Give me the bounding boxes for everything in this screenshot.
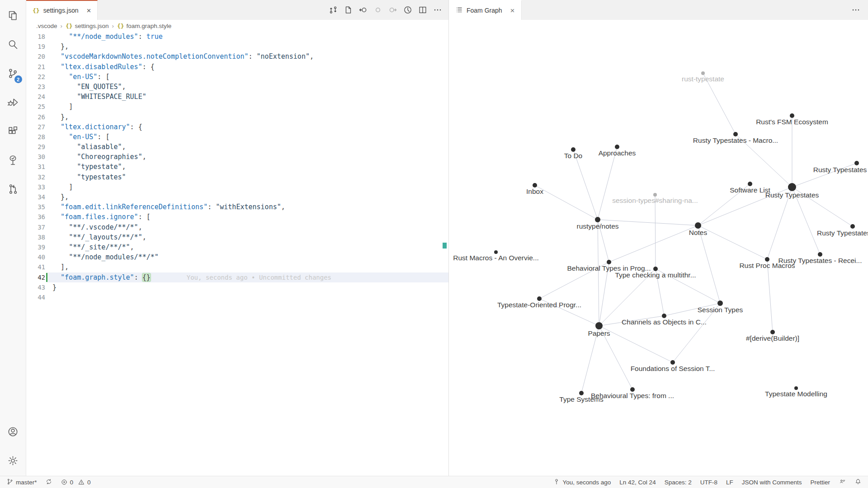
code-line[interactable]: 18 "**/node_modules": true [26,32,448,42]
code-line-current[interactable]: 42 "foam.graph.style": {}You, seconds ag… [26,272,448,282]
line-number[interactable]: 35 [26,202,45,212]
line-number[interactable]: 40 [26,252,45,262]
code-line[interactable]: 32 "typestates" [26,172,448,182]
graph-node-rust-typestate[interactable] [701,71,705,75]
code-line[interactable]: 43} [26,282,448,292]
status-indentation[interactable]: Spaces: 2 [665,479,692,486]
graph-node-channels[interactable] [662,314,666,318]
foam-graph-canvas[interactable]: rust-typestateRust's FSM EcosystemRusty … [449,20,868,476]
line-number[interactable]: 31 [26,162,45,172]
graph-node-software[interactable] [748,182,752,186]
activity-item-search[interactable] [0,31,26,60]
line-number[interactable]: 22 [26,72,45,82]
status-notifications[interactable] [854,478,862,487]
graph-node-rt-right[interactable] [850,224,855,229]
timeline-clock-icon[interactable] [402,5,413,15]
line-number[interactable]: 19 [26,42,45,52]
status-eol[interactable]: LF [726,479,733,486]
graph-node-inbox[interactable] [533,183,537,188]
status-encoding[interactable]: UTF-8 [700,479,717,486]
graph-node-derive[interactable] [770,330,775,334]
code-line[interactable]: 34 }, [26,192,448,202]
line-number[interactable]: 20 [26,52,45,61]
line-number[interactable]: 28 [26,132,45,142]
code-line[interactable]: 23 "EN_QUOTES", [26,82,448,92]
graph-node-rust-macros[interactable] [494,250,498,254]
graph-node-approaches[interactable] [615,145,619,149]
code-line[interactable]: 19 }, [26,42,448,52]
line-number[interactable]: 39 [26,242,45,252]
status-feedback[interactable] [839,478,846,487]
line-number[interactable]: 38 [26,232,45,242]
line-number[interactable]: 44 [26,292,45,302]
code-line[interactable]: 36 "foam.files.ignore": [ [26,212,448,222]
code-line[interactable]: 21 "ltex.disabledRules": { [26,62,448,72]
line-number[interactable]: 30 [26,152,45,162]
activity-item-accounts[interactable] [0,418,26,447]
graph-node-todo[interactable] [571,147,576,152]
status-blame[interactable]: You, seconds ago [553,478,611,487]
breadcrumb-item--vscode[interactable]: .vscode [36,23,57,29]
split-editor-icon[interactable] [417,5,428,15]
graph-node-rustype[interactable] [595,217,600,222]
close-graph-tab-icon[interactable]: × [510,7,515,14]
code-line[interactable]: 27 "ltex.dictionary": { [26,122,448,132]
code-line[interactable]: 44 [26,292,448,302]
graph-node-rt-topright[interactable] [854,161,859,165]
code-editor[interactable]: 18 "**/node_modules": true19 },20 "vscod… [26,32,448,476]
code-line[interactable]: 39 "**/_site/**/*", [26,242,448,252]
graph-node-notes[interactable] [695,222,701,229]
line-number[interactable]: 32 [26,172,45,182]
breadcrumb-item-foam-graph-style[interactable]: {}foam.graph.style [117,23,171,29]
code-line[interactable]: 37 "**/.vscode/**/*", [26,222,448,232]
code-line[interactable]: 25 ] [26,102,448,112]
status-cursor-position[interactable]: Ln 42, Col 24 [619,479,656,486]
code-line[interactable]: 28 "en-US": [ [26,132,448,142]
line-number[interactable]: 26 [26,112,45,122]
code-line[interactable]: 31 "typestate", [26,162,448,172]
line-number[interactable]: 25 [26,102,45,112]
open-changes-icon[interactable] [328,5,339,15]
tab-foam-graph[interactable]: Foam Graph × [449,0,522,20]
more-actions-icon[interactable] [432,5,443,15]
graph-node-behavioral[interactable] [607,260,611,264]
graph-node-foundations[interactable] [670,360,675,365]
activity-item-explorer[interactable] [0,2,26,31]
code-line[interactable]: 24 "WHITESPACE_RULE" [26,92,448,102]
line-number[interactable]: 36 [26,212,45,222]
line-number[interactable]: 18 [26,32,45,42]
code-line[interactable]: 40 "**/node_modules/**/*" [26,252,448,262]
graph-node-proc-macros[interactable] [765,257,769,262]
graph-node-rt-recei[interactable] [818,252,822,257]
line-number[interactable]: 42 [26,272,45,282]
status-language-mode[interactable]: JSON with Comments [742,479,802,486]
more-actions-icon[interactable] [851,0,868,20]
status-formatter[interactable]: Prettier [810,479,830,486]
line-number[interactable]: 21 [26,62,45,72]
activity-item-run-debug[interactable] [0,89,26,117]
graph-node-type-systems[interactable] [579,391,584,395]
line-number[interactable]: 29 [26,142,45,152]
activity-item-extensions[interactable] [0,117,26,146]
status-sync[interactable] [45,478,52,487]
graph-node-typestate-modelling[interactable] [794,386,798,390]
line-number[interactable]: 43 [26,282,45,292]
open-preview-icon[interactable] [343,5,354,15]
status-problems[interactable]: 00 [61,479,91,486]
code-line[interactable]: 33 ] [26,182,448,192]
code-line[interactable]: 38 "**/_layouts/**/*", [26,232,448,242]
code-line[interactable]: 41 ], [26,262,448,272]
graph-node-behavioural-from[interactable] [630,387,635,392]
line-number[interactable]: 33 [26,182,45,192]
graph-node-typestate-oriented[interactable] [537,296,542,301]
activity-item-source-control[interactable]: 2 [0,60,26,89]
code-line[interactable]: 22 "en-US": [ [26,72,448,82]
close-tab-icon[interactable]: × [86,7,91,14]
navigate-back-icon[interactable] [358,5,368,15]
line-number[interactable]: 27 [26,122,45,132]
graph-node-papers[interactable] [595,322,603,329]
graph-node-fsm[interactable] [790,113,794,118]
line-number[interactable]: 24 [26,92,45,102]
line-number[interactable]: 37 [26,222,45,232]
status-branch[interactable]: master* [6,478,37,487]
